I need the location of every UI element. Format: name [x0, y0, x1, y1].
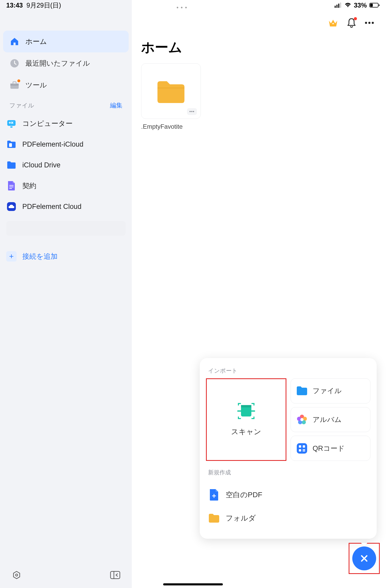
page-title: ホーム — [141, 38, 377, 57]
cloud-icon — [6, 201, 17, 212]
sidebar-item-contract[interactable]: 契約 — [0, 175, 132, 196]
sidebar: ホーム 最近開いたファイル ツール ファイル 編集 コンピューター — [0, 0, 132, 588]
svg-rect-33 — [299, 445, 301, 448]
premium-crown-button[interactable] — [328, 18, 338, 28]
sidebar-item-label: PDFelement-iCloud — [22, 140, 84, 148]
sidebar-item-recent[interactable]: 最近開いたファイル — [3, 52, 129, 74]
home-indicator[interactable] — [163, 583, 223, 585]
sidebar-item-label: ツール — [25, 80, 47, 90]
svg-rect-0 — [335, 6, 336, 8]
svg-rect-6 — [379, 4, 380, 6]
svg-rect-2 — [338, 4, 339, 8]
sidebar-item-pdfelement-cloud[interactable]: PDFelement Cloud — [0, 196, 132, 217]
popup-tail-icon — [361, 543, 367, 546]
card-more-button[interactable]: ••• — [187, 108, 197, 115]
create-blank-pdf-button[interactable]: 空白のPDF — [206, 483, 370, 507]
card-label: .EmptyFavotite — [141, 123, 377, 130]
collapse-sidebar-button[interactable] — [110, 570, 120, 580]
computer-icon — [6, 118, 17, 129]
sidebar-item-label: PDFelement Cloud — [22, 203, 81, 211]
qr-icon — [296, 442, 308, 454]
svg-rect-36 — [303, 449, 304, 450]
favorite-folder-card[interactable]: ••• — [141, 63, 201, 119]
notification-dot-icon — [354, 17, 357, 20]
blank-pdf-icon — [208, 489, 220, 501]
sidebar-item-label: iCloud Drive — [22, 161, 60, 169]
pdf-folder-icon — [6, 139, 17, 149]
svg-rect-39 — [304, 449, 305, 450]
close-fab-button[interactable] — [352, 546, 376, 570]
scan-button[interactable]: スキャン — [206, 378, 286, 461]
status-time: 13:43 — [6, 2, 23, 9]
main-content: ホーム ••• .EmptyFavotite インポート スキャン — [132, 0, 386, 588]
sidebar-item-label: 契約 — [22, 181, 36, 190]
svg-point-21 — [365, 22, 367, 24]
create-section-title: 新規作成 — [208, 469, 370, 476]
hexagon-settings-icon — [12, 571, 21, 579]
more-menu-button[interactable] — [365, 22, 374, 24]
svg-point-31 — [300, 418, 304, 421]
create-folder-label: フォルダ — [226, 513, 256, 523]
import-album-button[interactable]: アルバム — [291, 407, 370, 432]
sidebar-item-label: ホーム — [25, 37, 47, 46]
folder-icon — [208, 512, 220, 524]
toolbox-icon — [9, 80, 20, 90]
svg-rect-12 — [10, 126, 12, 128]
cellular-icon — [335, 3, 342, 8]
import-file-label: ファイル — [313, 386, 342, 395]
svg-rect-25 — [241, 405, 251, 407]
icloud-folder-icon — [6, 160, 17, 170]
svg-rect-11 — [7, 120, 16, 126]
svg-rect-1 — [336, 5, 337, 8]
close-icon — [360, 554, 369, 563]
album-flower-icon — [296, 414, 308, 426]
import-section-title: インポート — [208, 367, 370, 375]
folder-icon — [296, 385, 308, 397]
edit-button[interactable]: 編集 — [110, 101, 122, 110]
document-icon — [6, 181, 17, 191]
notifications-button[interactable] — [347, 18, 356, 28]
svg-rect-19 — [111, 571, 120, 579]
sidebar-item-pdfelement-icloud[interactable]: PDFelement-iCloud — [0, 134, 132, 155]
collapse-icon — [110, 571, 120, 579]
svg-point-18 — [16, 574, 18, 576]
sidebar-item-icloud-drive[interactable]: iCloud Drive — [0, 155, 132, 175]
status-date: 9月29日(日) — [26, 1, 61, 10]
sidebar-item-tools[interactable]: ツール — [3, 74, 129, 96]
add-connection-button[interactable]: + 接続を追加 — [0, 246, 132, 267]
svg-rect-37 — [304, 450, 305, 452]
create-folder-button[interactable]: フォルダ — [206, 507, 370, 530]
battery-percent: 33% — [354, 2, 367, 9]
scan-label: スキャン — [231, 427, 261, 437]
crown-icon — [328, 18, 338, 28]
import-album-label: アルバム — [313, 415, 342, 424]
svg-rect-13 — [9, 143, 12, 147]
settings-button[interactable] — [11, 570, 22, 580]
placeholder-row — [6, 221, 126, 236]
plus-icon: + — [6, 251, 17, 262]
svg-rect-15 — [9, 187, 13, 187]
wifi-icon — [344, 3, 351, 8]
svg-rect-34 — [303, 445, 305, 448]
home-icon — [9, 36, 20, 47]
svg-rect-10 — [13, 82, 16, 84]
create-import-popup: インポート スキャン ファイル アルバム — [200, 358, 377, 539]
svg-point-23 — [372, 22, 374, 24]
svg-rect-32 — [297, 443, 307, 454]
import-qr-label: QRコード — [313, 444, 345, 453]
svg-rect-14 — [9, 185, 13, 186]
import-qr-button[interactable]: QRコード — [291, 436, 370, 461]
sidebar-item-home[interactable]: ホーム — [3, 31, 129, 52]
svg-point-22 — [368, 22, 370, 24]
create-blank-pdf-label: 空白のPDF — [226, 490, 262, 500]
sidebar-item-computer[interactable]: コンピューター — [0, 113, 132, 134]
sidebar-item-label: 最近開いたファイル — [25, 59, 90, 68]
status-bar: 13:43 9月29日(日) 33% — [0, 0, 386, 10]
folder-icon — [155, 79, 187, 105]
svg-rect-35 — [299, 449, 301, 452]
import-file-button[interactable]: ファイル — [291, 378, 370, 404]
clock-icon — [9, 58, 20, 69]
svg-rect-3 — [340, 3, 341, 8]
fab-highlight — [349, 543, 380, 574]
svg-rect-38 — [303, 450, 304, 452]
